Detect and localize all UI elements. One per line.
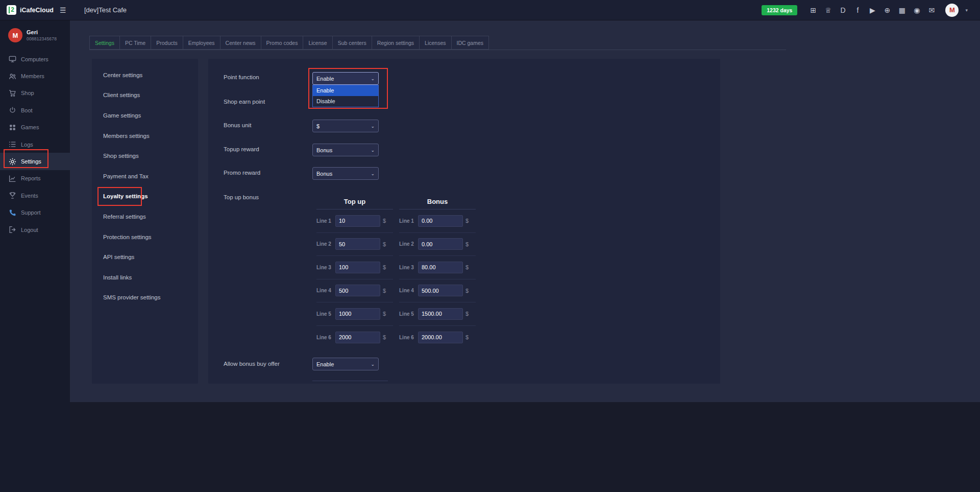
submenu-item-referral-settings[interactable]: Referral settings (92, 206, 198, 227)
sidebar-item-settings[interactable]: Settings (0, 153, 70, 170)
table-row: Line 1 $ (316, 209, 393, 233)
facebook-icon[interactable]: f (853, 6, 862, 14)
tab-idc-games[interactable]: IDC games (451, 36, 489, 50)
submenu-item-sms-provider-settings[interactable]: SMS provider settings (92, 288, 198, 308)
bonus-line-5-input[interactable] (418, 308, 463, 320)
table-row: Line 2 $ (316, 233, 393, 256)
tab-sub-centers[interactable]: Sub centers (332, 36, 372, 50)
sidebar: M Geri 008812345678 Computers Members Sh… (0, 20, 70, 492)
sidebar-item-label: Members (21, 73, 44, 79)
tab-pc-time[interactable]: PC Time (119, 36, 151, 50)
sidebar-item-label: Logs (21, 142, 33, 148)
submenu-item-shop-settings[interactable]: Shop settings (92, 146, 198, 166)
currency-suffix: $ (383, 218, 386, 224)
sidebar-item-games[interactable]: Games (0, 119, 70, 136)
mail-icon[interactable]: ✉ (927, 6, 936, 14)
currency-suffix: $ (383, 288, 386, 294)
topbar: 2 iCafeCloud ☰ [dev]Test Cafe 1232 days … (0, 0, 980, 20)
bonus-line-2-input[interactable] (418, 238, 463, 250)
grid-icon[interactable]: ⊞ (809, 6, 817, 14)
bonus-line-6-input[interactable] (418, 332, 463, 343)
avatar[interactable]: M (945, 4, 959, 17)
currency-suffix: $ (465, 218, 469, 224)
tab-center-news[interactable]: Center news (220, 36, 261, 50)
currency-suffix: $ (465, 311, 469, 317)
submenu-item-loyalty-settings[interactable]: Loyalty settings (92, 186, 198, 207)
trophy-icon[interactable]: ♕ (824, 6, 832, 14)
topup-line-6-input[interactable] (335, 332, 380, 343)
submenu-item-members-settings[interactable]: Members settings (92, 126, 198, 146)
user-card: M Geri 008812345678 (0, 20, 70, 49)
field-label-bonus-unit: Bonus unit (224, 122, 251, 128)
line-label: Line 2 (399, 241, 418, 247)
app-logo-icon: 2 (7, 5, 16, 15)
table-row: Line 6 $ (399, 326, 476, 349)
tab-region-settings[interactable]: Region settings (372, 36, 420, 50)
field-label-point-function: Point function (224, 74, 259, 80)
currency-suffix: $ (383, 241, 386, 247)
table-row: Line 3 $ (399, 256, 476, 279)
topup-line-5-input[interactable] (335, 308, 380, 320)
topup-reward-select[interactable]: Bonus ⌄ (312, 144, 379, 156)
chevron-down-icon[interactable]: ▾ (965, 8, 968, 13)
sidebar-item-logs[interactable]: Logs (0, 136, 70, 153)
menu-toggle-icon[interactable]: ☰ (60, 6, 66, 14)
gear-icon (9, 158, 16, 166)
card-icon[interactable]: ▦ (898, 6, 906, 14)
sidebar-item-reports[interactable]: Reports (0, 170, 70, 187)
promo-reward-select[interactable]: Bonus ⌄ (312, 167, 379, 180)
topup-line-3-input[interactable] (335, 262, 380, 273)
divider (312, 381, 388, 381)
dropdown-option-disable[interactable]: Disable (313, 96, 378, 107)
currency-suffix: $ (383, 311, 386, 317)
tab-promo-codes[interactable]: Promo codes (261, 36, 304, 50)
sidebar-item-events[interactable]: Events (0, 187, 70, 204)
user-id: 008812345678 (27, 36, 57, 41)
sidebar-item-logout[interactable]: Logout (0, 221, 70, 238)
line-label: Line 6 (316, 335, 335, 340)
bonus-column: Bonus Line 1 $ Line 2 $ Line 3 $ Line 4 … (399, 194, 476, 349)
tab-employees[interactable]: Employees (183, 36, 220, 50)
submenu-item-payment-and-tax[interactable]: Payment and Tax (92, 166, 198, 186)
field-label-topup-reward: Topup reward (224, 146, 259, 152)
line-label: Line 1 (399, 218, 418, 224)
submenu-item-install-links[interactable]: Install links (92, 267, 198, 288)
bonus-line-1-input[interactable] (418, 215, 463, 227)
sidebar-item-members[interactable]: Members (0, 67, 70, 84)
youtube-icon[interactable]: ▶ (868, 6, 876, 14)
topbar-actions: 1232 days ⊞ ♕ D f ▶ ⊕ ▦ ◉ ✉ M ▾ (762, 4, 980, 17)
currency-suffix: $ (465, 288, 469, 294)
submenu-item-client-settings[interactable]: Client settings (92, 85, 198, 106)
tab-licenses[interactable]: Licenses (419, 36, 451, 50)
tab-license[interactable]: License (303, 36, 332, 50)
sidebar-item-shop[interactable]: Shop (0, 85, 70, 102)
submenu-item-protection-settings[interactable]: Protection settings (92, 227, 198, 247)
tab-products[interactable]: Products (151, 36, 183, 50)
topup-line-4-input[interactable] (335, 285, 380, 296)
submenu-item-game-settings[interactable]: Game settings (92, 105, 198, 126)
globe-icon[interactable]: ⊕ (883, 6, 891, 14)
tab-settings[interactable]: Settings (89, 36, 120, 50)
bonus-line-3-input[interactable] (418, 262, 463, 273)
sidebar-item-computers[interactable]: Computers (0, 51, 70, 67)
table-row: Line 6 $ (316, 326, 393, 349)
field-label-promo-reward: Promo reward (224, 170, 260, 176)
dropdown-option-enable[interactable]: Enable (313, 85, 378, 96)
sidebar-item-label: Events (21, 193, 38, 199)
sidebar-item-boot[interactable]: Boot (0, 102, 70, 119)
point-function-select[interactable]: Enable ⌄ (312, 72, 379, 85)
topup-line-2-input[interactable] (335, 238, 380, 250)
topup-line-1-input[interactable] (335, 215, 380, 227)
line-label: Line 5 (316, 311, 335, 317)
bonus-line-4-input[interactable] (418, 285, 463, 296)
allow-bonus-buy-offer-select[interactable]: Enable ⌄ (312, 358, 379, 370)
submenu-item-center-settings[interactable]: Center settings (92, 65, 198, 85)
sidebar-item-support[interactable]: Support (0, 204, 70, 221)
discord-icon[interactable]: D (839, 6, 847, 14)
bonus-unit-select[interactable]: $ ⌄ (312, 120, 379, 132)
selected-value: Bonus (316, 147, 332, 153)
table-row: Line 1 $ (399, 209, 476, 233)
submenu-item-api-settings[interactable]: API settings (92, 247, 198, 267)
user-avatar[interactable]: M (8, 28, 22, 42)
eye-icon[interactable]: ◉ (913, 6, 921, 14)
